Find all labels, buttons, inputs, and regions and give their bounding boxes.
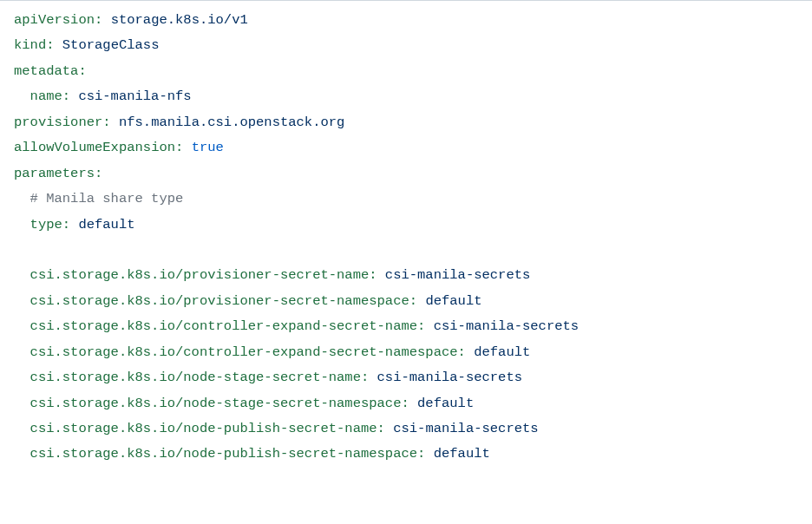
- yaml-value: true: [183, 140, 224, 155]
- yaml-value: default: [70, 217, 134, 233]
- yaml-key: csi.storage.k8s.io/provisioner-secret-na…: [30, 267, 377, 283]
- yaml-value: default: [409, 396, 474, 411]
- yaml-key: csi.storage.k8s.io/controller-expand-sec…: [30, 344, 466, 360]
- yaml-key: apiVersion:: [14, 12, 102, 28]
- yaml-value: StorageClass: [55, 37, 160, 53]
- yaml-key: provisioner:: [14, 115, 111, 130]
- yaml-key: type:: [30, 217, 71, 233]
- yaml-value: csi-manila-secrets: [369, 370, 522, 385]
- yaml-key: allowVolumeExpansion:: [14, 140, 183, 155]
- yaml-key: csi.storage.k8s.io/node-publish-secret-n…: [30, 421, 385, 436]
- yaml-key: name:: [30, 88, 71, 104]
- yaml-key: parameters:: [14, 166, 102, 181]
- yaml-value: csi-manila-secrets: [425, 318, 579, 334]
- yaml-code-block: apiVersion: storage.k8s.io/v1 kind: Stor…: [0, 0, 812, 478]
- yaml-value: storage.k8s.io/v1: [102, 12, 247, 28]
- yaml-value: csi-manila-secrets: [377, 267, 531, 283]
- yaml-key: csi.storage.k8s.io/node-stage-secret-nam…: [30, 396, 409, 411]
- yaml-value: default: [425, 446, 489, 462]
- yaml-value: default: [417, 293, 481, 309]
- yaml-key: csi.storage.k8s.io/controller-expand-sec…: [30, 318, 426, 334]
- yaml-key: csi.storage.k8s.io/node-publish-secret-n…: [30, 446, 426, 462]
- yaml-key: kind:: [14, 37, 55, 53]
- yaml-comment: # Manila share type: [30, 191, 184, 206]
- yaml-key: csi.storage.k8s.io/provisioner-secret-na…: [30, 293, 417, 309]
- yaml-value: csi-manila-nfs: [70, 88, 192, 104]
- yaml-value: csi-manila-secrets: [385, 421, 539, 436]
- yaml-value: nfs.manila.csi.openstack.org: [111, 115, 345, 130]
- yaml-key: csi.storage.k8s.io/node-stage-secret-nam…: [30, 370, 370, 385]
- yaml-key: metadata:: [14, 63, 87, 79]
- yaml-value: default: [466, 344, 530, 360]
